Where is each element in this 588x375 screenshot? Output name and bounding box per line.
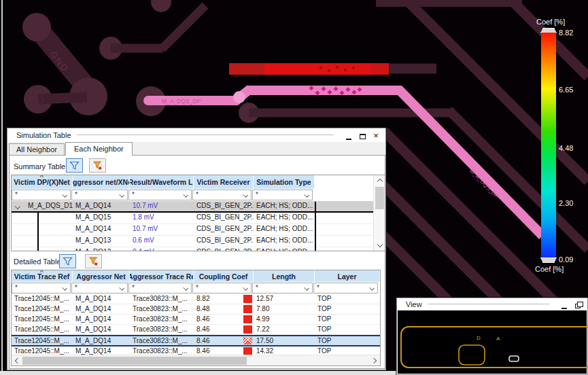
detailed-row[interactable]: Trace12045::M_... M_A_DQ14 Trace30823::M… xyxy=(12,315,380,325)
summary-row[interactable]: M_A_DQ15 1.8 mV CDS_BI_GEN_2P... EACH; H… xyxy=(12,213,385,224)
column-header-aggressor-net[interactable]: Aggressor net/XNet xyxy=(73,175,130,189)
column-header-filler xyxy=(315,175,373,189)
result-link[interactable]: 0.4 mV xyxy=(130,247,194,251)
filter-layer[interactable]: * xyxy=(313,283,378,293)
titlebar-groove xyxy=(77,135,334,136)
close-button[interactable]: × xyxy=(370,130,381,140)
sort-ascending-icon: ^ xyxy=(40,175,44,180)
receiver-cell: CDS_BI_GEN_2P... xyxy=(194,247,254,251)
coef-color-swatch xyxy=(243,305,252,313)
detailed-horizontal-scrollbar[interactable] xyxy=(12,355,380,365)
detailed-filter-button[interactable] xyxy=(59,254,76,268)
filter-aggressor-net[interactable]: * xyxy=(71,283,128,293)
coef-color-swatch xyxy=(243,325,252,334)
result-link[interactable]: 0.6 mV xyxy=(130,236,194,247)
screen: { "pcb": { "labels": { "gnd": "GND", "pi… xyxy=(0,0,588,375)
filter-result[interactable]: * xyxy=(128,190,192,200)
detailed-row[interactable]: Trace12045::M_... M_A_DQ14 Trace30823::M… xyxy=(12,325,380,335)
scrollbar-thumb[interactable] xyxy=(375,187,384,209)
detailed-row[interactable]: Trace12045::M_... M_A_DQ14 Trace30823::M… xyxy=(12,304,380,315)
column-header-result-waveform[interactable]: Result/Waveform Li xyxy=(130,175,194,189)
column-header-victim-net[interactable]: ^ Victim DP/(X)Net xyxy=(12,175,73,189)
filter-length[interactable]: * xyxy=(252,283,313,293)
result-link[interactable]: 1.8 mV xyxy=(130,213,194,224)
simulation-window-titlebar[interactable]: Simulation Table × xyxy=(7,128,385,142)
summary-row[interactable]: M_A_DQ12 0.4 mV CDS_BI_GEN_2P... EACH; H… xyxy=(12,247,385,251)
group-tree-line xyxy=(37,213,39,251)
filter-aggressor-trace[interactable]: * xyxy=(128,283,192,293)
column-header-aggressor-trace-ref[interactable]: Aggressor Trace Re xyxy=(130,270,194,282)
aggressor-net-cell: M_A_DQ12 xyxy=(73,247,130,251)
chevron-left-icon xyxy=(15,358,20,363)
detailed-table-label: Detailed Table xyxy=(14,257,61,266)
column-header-victim-receiver[interactable]: Victim Receiver xyxy=(194,175,254,189)
aggressor-net-cell: M_A_DQ14 xyxy=(73,315,130,324)
scrollbar-thumb[interactable] xyxy=(22,357,247,365)
summary-row[interactable]: M_A_DQ14 10.7 mV CDS_BI_GEN_2P... EACH; … xyxy=(12,224,385,236)
tab-each-neighbor[interactable]: Each Neighbor xyxy=(65,142,133,156)
filter-coupling-coef[interactable]: * xyxy=(192,283,252,293)
view-window-titlebar[interactable]: View xyxy=(397,298,587,310)
victim-trace-cell: Trace12045::M_... xyxy=(12,315,73,324)
component-outline xyxy=(459,345,485,365)
detailed-row-selected[interactable]: Trace12045::M_... M_A_DQ14 Trace30823::M… xyxy=(12,335,380,346)
coupling-coef-cell: 8.46 xyxy=(194,315,254,324)
coef-color-swatch xyxy=(243,315,252,323)
summary-clear-filter-button[interactable] xyxy=(89,158,106,173)
receiver-cell: CDS_BI_GEN_2P... xyxy=(194,213,254,224)
pcb-trace-red-aggressor[interactable] xyxy=(229,63,389,75)
chevron-down-icon xyxy=(62,192,67,198)
minimize-button[interactable] xyxy=(559,300,570,309)
filter-victim-trace[interactable]: * xyxy=(12,283,71,293)
filter-receiver[interactable]: * xyxy=(192,190,252,200)
victim-trace-cell: Trace12045::M_... xyxy=(12,325,73,334)
victim-net-cell xyxy=(12,213,73,224)
summary-vertical-scrollbar[interactable] xyxy=(373,175,385,251)
result-link[interactable]: 10.7 mV xyxy=(130,224,194,235)
column-header-length[interactable]: Length xyxy=(254,270,315,282)
color-scale-title-bottom: Coef [%] xyxy=(535,265,564,273)
filter-aggressor-net[interactable]: * xyxy=(71,190,128,200)
column-header-simulation-type[interactable]: Simulation Type xyxy=(254,175,315,189)
aggressor-net-cell: M_A_DQ14 xyxy=(73,294,130,304)
detailed-clear-filter-button[interactable] xyxy=(85,254,102,268)
detailed-table: ^ Victim Trace Ref Aggressor Net Aggress… xyxy=(11,270,381,366)
summary-row[interactable]: M_A_DQ13 0.6 mV CDS_BI_GEN_2P... EACH; H… xyxy=(12,236,385,247)
scroll-down-button[interactable] xyxy=(374,240,385,251)
result-link[interactable]: 10.7 mV xyxy=(130,201,194,211)
filter-victim-net[interactable]: * xyxy=(12,190,71,200)
sim-type-cell: EACH; HS; ODD... xyxy=(254,236,315,247)
summary-filter-button[interactable] xyxy=(66,158,83,173)
maximize-icon xyxy=(360,134,366,139)
float-button[interactable] xyxy=(572,300,583,309)
aggressor-net-cell: M_A_DQ14 xyxy=(73,304,130,314)
layer-cell: TOP xyxy=(315,304,380,314)
chevron-down-icon xyxy=(369,285,375,291)
column-header-layer[interactable]: Layer xyxy=(315,270,380,282)
aggressor-trace-cell: Trace30823::M_... xyxy=(130,336,194,345)
scroll-left-button[interactable] xyxy=(12,355,22,366)
filter-sim-type[interactable]: * xyxy=(252,190,313,200)
color-scale-tick: 8.82 xyxy=(559,29,573,37)
detailed-row[interactable]: Trace12045::M_... M_A_DQ14 Trace30823::M… xyxy=(12,294,380,304)
view-canvas[interactable]: D A xyxy=(398,310,587,374)
minimize-button[interactable] xyxy=(343,130,354,140)
column-header-coupling-coef[interactable]: Coupling Coef xyxy=(194,270,254,282)
clear-filter-funnel-icon xyxy=(92,161,103,171)
tab-all-neighbor[interactable]: All Neighbor xyxy=(9,143,65,156)
length-cell: 7.80 xyxy=(254,304,315,314)
coupling-coef-cell: 8.82 xyxy=(194,294,254,304)
sim-type-cell: EACH; HS; ODD... xyxy=(254,224,315,235)
filter-funnel-icon xyxy=(69,161,80,171)
expand-chevron-icon[interactable] xyxy=(12,201,25,211)
scroll-up-button[interactable] xyxy=(374,175,385,185)
summary-row-group[interactable]: M_A_DQS_D1 M_A_DQ14 10.7 mV CDS_BI_GEN_2… xyxy=(12,201,385,213)
column-header-aggressor-net[interactable]: Aggressor Net xyxy=(73,270,130,282)
summary-table: ^ Victim DP/(X)Net Aggressor net/XNet Re… xyxy=(11,175,385,251)
column-header-victim-trace-ref[interactable]: ^ Victim Trace Ref xyxy=(12,270,73,282)
pcb-net-label-gnd-2: GND xyxy=(27,96,44,105)
maximize-button[interactable] xyxy=(357,130,368,140)
length-cell: 4.99 xyxy=(254,315,315,324)
scroll-right-button[interactable] xyxy=(370,355,380,366)
pcb-net-label-pink: M_A_DQS_DP xyxy=(162,98,201,105)
